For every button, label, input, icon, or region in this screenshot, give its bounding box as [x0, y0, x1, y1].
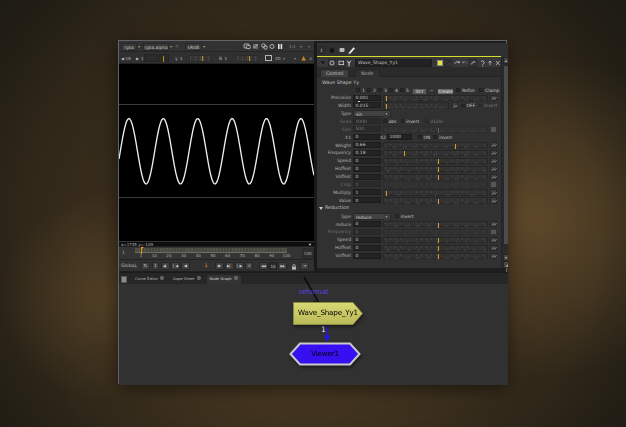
param-checkbox-invert[interactable]: [433, 135, 437, 139]
gain-slider[interactable]: [159, 54, 169, 62]
param-slider[interactable]: -5-4-3-2-1012345: [383, 237, 488, 244]
playhead-flag[interactable]: [141, 247, 144, 250]
param-value-field[interactable]: 1000: [353, 118, 381, 124]
checker-icon[interactable]: [253, 44, 258, 49]
param-slider[interactable]: -5-4-3-2-1012345: [383, 158, 488, 165]
curve-editor-icon[interactable]: [452, 102, 459, 109]
param-value-field[interactable]: 1: [353, 181, 381, 187]
node-title-field[interactable]: [355, 59, 432, 67]
curve-editor-icon[interactable]: [490, 189, 497, 196]
param-value-field[interactable]: 1: [353, 229, 381, 235]
pencil-icon[interactable]: [348, 47, 355, 54]
param-value-field[interactable]: 0: [353, 166, 381, 172]
revert-icon[interactable]: [470, 60, 477, 67]
help-icon[interactable]: [481, 61, 484, 67]
viewmode-dropdown[interactable]: 2D: [275, 56, 281, 61]
param-value-field[interactable]: 0: [353, 197, 381, 203]
curve-icon[interactable]: [445, 60, 452, 67]
fit-range-button[interactable]: ⇥: [300, 262, 309, 270]
lock-icon[interactable]: [329, 47, 334, 52]
curve-editor-icon[interactable]: [490, 158, 497, 165]
curve-editor-icon[interactable]: [490, 174, 497, 181]
curve-editor-icon[interactable]: [490, 142, 497, 149]
preset-checkbox-1[interactable]: [356, 88, 360, 92]
eraser-icon[interactable]: [340, 48, 345, 52]
param-checkbox-abs[interactable]: [383, 119, 387, 123]
wipe-icon[interactable]: [302, 56, 307, 61]
gain-field[interactable]: [144, 54, 158, 62]
pause-icon[interactable]: [278, 44, 282, 49]
framing-icon[interactable]: [265, 55, 272, 61]
param-slider[interactable]: 00.10.20.30.40.50.60.70.80.91: [383, 229, 488, 236]
param-slider[interactable]: 01002003004005006007008009001000: [383, 126, 488, 133]
set-button[interactable]: SET: [412, 88, 427, 95]
node-graph[interactable]: reformat 1 Wave_Shape_Yy1 Viewer1: [119, 284, 508, 385]
param-value2-field[interactable]: 1000: [387, 134, 412, 140]
param-value-field[interactable]: 0: [353, 158, 381, 164]
curve-editor-icon[interactable]: [490, 253, 497, 260]
create-button[interactable]: Create: [437, 88, 454, 95]
param-value-field[interactable]: 0: [353, 245, 381, 251]
skip-back-button[interactable]: ◀◀: [259, 262, 268, 270]
node-viewer[interactable]: Viewer1: [289, 342, 361, 366]
timeline-ruler[interactable]: 1 1102030405060708090100 100: [119, 247, 314, 259]
param-slider[interactable]: 00.10.20.30.40.50.60.70.80.91: [383, 102, 449, 109]
b-slider[interactable]: [236, 55, 259, 62]
properties-scrollbar[interactable]: [501, 57, 508, 268]
scroll-corner-icon[interactable]: [503, 261, 509, 268]
scroll-thumb[interactable]: [503, 65, 509, 245]
curve-editor-icon[interactable]: [490, 197, 497, 204]
param-value-field[interactable]: 0.18: [353, 150, 381, 156]
group-triangle-icon[interactable]: [319, 207, 323, 210]
ip-toggle-icon[interactable]: ≡: [175, 43, 179, 50]
param-slider[interactable]: 00.10.20.30.40.50.60.70.80.91: [383, 142, 488, 149]
viewmode-arrow-icon[interactable]: ▾: [283, 55, 285, 62]
exposure-collapse-icon[interactable]: ≷: [309, 55, 312, 62]
viewer-collapse-icon[interactable]: ▾: [308, 43, 310, 50]
channels-arrow-icon[interactable]: ▾: [138, 43, 140, 50]
goto-start-button[interactable]: ◀▏: [161, 262, 170, 270]
zoom-level[interactable]: 1:1: [289, 44, 295, 49]
node-color-swatch[interactable]: [437, 60, 443, 66]
param-checkbox-ON[interactable]: [418, 135, 422, 139]
param-slider[interactable]: -2-1.6-1.2-0.8-0.400.40.81.21.62: [383, 253, 488, 260]
param-checkbox-OFF[interactable]: [461, 104, 465, 108]
roi-icon[interactable]: [262, 44, 268, 49]
next-key-button[interactable]: ▶▏: [225, 262, 234, 270]
lock-range-icon[interactable]: [292, 264, 296, 269]
param-slider[interactable]: 11.522.533.544.55: [383, 189, 488, 196]
center-icon[interactable]: [329, 60, 336, 67]
param-value-field[interactable]: 0.015: [353, 102, 381, 108]
param-slider[interactable]: 00.10.20.30.40.50.60.70.80.91: [383, 150, 488, 157]
param-slider[interactable]: 00.10.20.30.40.50.60.70.80.91: [383, 181, 488, 188]
param-value-field[interactable]: 500: [353, 126, 381, 132]
param-slider[interactable]: -2-1.6-1.2-0.8-0.400.40.81.21.62: [383, 174, 488, 181]
param-value-field[interactable]: 0: [353, 134, 381, 140]
param-checkbox-invert[interactable]: [395, 214, 399, 218]
play-back-button[interactable]: ◀: [181, 262, 190, 270]
node-wave-shape[interactable]: Wave_Shape_Yy1: [293, 302, 363, 325]
param-checkbox-invert[interactable]: [401, 119, 405, 123]
colorspace-dropdown[interactable]: sRGB: [185, 43, 202, 51]
prev-key-button[interactable]: ▏◀: [171, 262, 180, 270]
picker-icon[interactable]: [347, 61, 350, 67]
colorspace-arrow-icon[interactable]: ▾: [203, 43, 205, 50]
preset-checkbox-2[interactable]: [367, 88, 371, 92]
param-slider[interactable]: -1-0.8-0.6-0.4-0.200.20.40.60.81: [383, 221, 488, 228]
loop2-button[interactable]: ↺: [245, 262, 253, 270]
gamma-slider[interactable]: [189, 55, 212, 62]
redo-icon[interactable]: [463, 61, 468, 64]
param-checkbox-invert[interactable]: [479, 104, 483, 108]
preset-checkbox-3[interactable]: [378, 88, 382, 92]
frame-inc-field[interactable]: 10: [269, 262, 277, 270]
curve-editor-icon[interactable]: [490, 95, 497, 102]
global-arrow-icon[interactable]: ▾: [135, 264, 137, 271]
float-icon[interactable]: [489, 61, 492, 65]
zoom-arrow-icon[interactable]: ▾: [300, 43, 302, 50]
curve-editor-icon[interactable]: [490, 237, 497, 244]
loop-button[interactable]: ↻: [141, 262, 150, 270]
goto-end-button[interactable]: ▏▶: [235, 262, 244, 270]
scroll-up-icon[interactable]: [503, 57, 509, 64]
param-dropdown[interactable]: sin▾: [353, 110, 391, 117]
bin-count-field[interactable]: 1: [318, 46, 326, 54]
